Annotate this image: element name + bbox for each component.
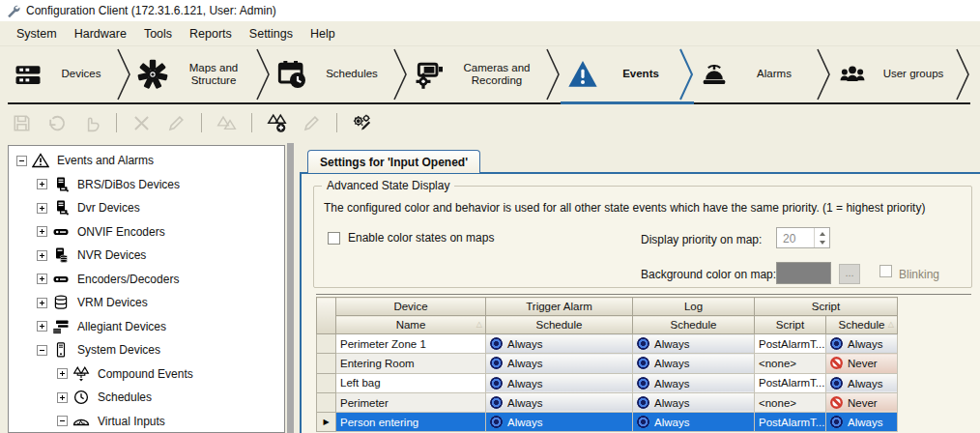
menu-item-reports[interactable]: Reports [181,23,241,44]
chevron-divider-icon [116,46,131,104]
tree-item-compound-events[interactable]: Compound Events [9,362,284,387]
tree-item-dvr-devices[interactable]: Dvr Devices [9,196,284,220]
delete-button[interactable] [131,113,152,133]
cell-name[interactable]: Perimeter Zone 1 [336,334,486,354]
enable-color-states-checkbox[interactable] [328,232,340,245]
menu-item-settings[interactable]: Settings [241,23,302,44]
display-priority-spinner[interactable]: 20 [776,227,830,248]
tree-item-onvif-encoders[interactable]: ONVIF Encoders [9,220,284,245]
row-selector[interactable] [317,392,336,412]
cell-log-schedule[interactable]: Always [633,392,755,412]
cell-script-schedule[interactable]: Always [826,413,898,432]
expand-icon[interactable] [37,226,47,237]
cell-log-schedule[interactable]: Always [633,373,755,392]
column-header-device[interactable]: Device [336,298,486,316]
tree-item-encoders-decoders[interactable]: Encoders/Decoders [9,268,284,292]
collapse-icon[interactable] [37,345,47,356]
spinner-down-icon[interactable] [815,238,829,247]
nav-tab-alarms[interactable]: Alarms [694,46,816,104]
cell-script[interactable]: <none> [755,392,826,412]
menu-item-system[interactable]: System [8,23,66,44]
menu-item-tools[interactable]: Tools [135,23,181,44]
cell-name[interactable]: Perimeter [336,392,486,412]
cell-script-schedule[interactable]: Always [826,334,898,354]
events-button[interactable] [216,113,237,133]
edit-script-button[interactable] [352,113,372,133]
menu-item-help[interactable]: Help [302,23,344,44]
column-header-trigger-schedule[interactable]: Schedule [486,316,633,334]
collapse-icon[interactable] [57,416,68,426]
column-header-script-schedule[interactable]: Schedule△ [826,316,898,334]
cell-script[interactable]: <none> [755,354,826,373]
column-header-name[interactable]: Name△ [336,316,486,334]
add-compound-event-button[interactable] [267,113,287,133]
cell-script[interactable]: PostAlarmT... [755,373,826,392]
cell-log-schedule[interactable]: Always [633,413,755,432]
cell-name[interactable]: Left bag [336,373,486,392]
cell-trigger-schedule[interactable]: Always [486,334,633,354]
table-row-entering-room[interactable]: Entering RoomAlwaysAlways<none>Never [317,354,898,373]
tab-settings-for-input-opened[interactable]: Settings for 'Input Opened' [307,150,480,173]
cell-script-schedule[interactable]: Always [826,373,898,392]
undo-button[interactable] [46,113,67,133]
cell-trigger-schedule[interactable]: Always [486,373,633,392]
row-selector[interactable] [317,354,336,373]
color-browse-button[interactable]: ... [839,264,860,284]
cell-script[interactable]: PostAlarmT... [755,334,826,354]
cell-name[interactable]: Entering Room [336,354,486,373]
expand-icon[interactable] [37,274,47,284]
column-header-script-name[interactable]: Script [755,316,826,334]
row-selector[interactable] [317,334,336,354]
tree-item-vrm-devices[interactable]: VRM Devices [9,291,284,315]
table-row-person-entering[interactable]: ▶Person enteringAlwaysAlwaysPostAlarmT..… [317,413,898,432]
cell-log-schedule[interactable]: Always [633,354,755,373]
expand-icon[interactable] [57,392,68,403]
expand-icon[interactable] [57,368,68,379]
nav-tab-cameras-and-recording[interactable]: Cameras and Recording [408,46,545,104]
blinking-checkbox[interactable] [879,265,892,277]
row-selector[interactable]: ▶ [317,413,336,432]
tree-item-system-devices[interactable]: System Devices [9,338,284,362]
tree-item-schedules[interactable]: Schedules [9,386,284,410]
tree-item-events-and-alarms[interactable]: Events and Alarms [9,149,284,173]
column-header-trigger-alarm[interactable]: Trigger Alarm [486,298,633,316]
collapse-icon[interactable] [16,156,27,166]
menu-item-hardware[interactable]: Hardware [66,23,135,44]
cell-log-schedule[interactable]: Always [633,334,755,354]
tree-item-brs-dibos-devices[interactable]: BRS/DiBos Devices [9,173,284,197]
tree-item-virtual-inputs[interactable]: Virtual Inputs [9,410,284,433]
edit-button[interactable] [166,113,187,133]
spinner-up-icon[interactable] [815,228,829,238]
table-row-perimeter-zone-1[interactable]: Perimeter Zone 1AlwaysAlwaysPostAlarmT..… [317,334,898,354]
tree-item-nvr-devices[interactable]: NVR Devices [9,244,284,268]
column-header-log-schedule[interactable]: Schedule [633,316,755,334]
cell-trigger-schedule[interactable]: Always [486,392,633,412]
column-header-script[interactable]: Script [755,298,898,316]
column-header-log[interactable]: Log [633,298,755,316]
nav-tab-devices[interactable]: Devices [8,46,116,104]
activate-button[interactable] [81,113,101,133]
schedules-icon [276,59,307,90]
cell-script[interactable]: PostAlarmT... [755,413,826,432]
nav-tab-events[interactable]: Events [561,46,678,104]
cell-script-schedule[interactable]: Never [826,392,898,412]
panel-splitter[interactable] [287,143,294,433]
expand-icon[interactable] [37,250,47,261]
edit-compound-event-button[interactable] [302,113,322,133]
table-row-perimeter[interactable]: PerimeterAlwaysAlways<none>Never [317,392,898,412]
expand-icon[interactable] [37,321,47,332]
nav-tab-schedules[interactable]: Schedules [271,46,392,104]
cell-trigger-schedule[interactable]: Always [486,354,633,373]
nav-tab-user-groups[interactable]: User groups [831,46,955,104]
cell-script-schedule[interactable]: Never [826,354,898,373]
expand-icon[interactable] [37,203,47,214]
row-selector[interactable] [317,373,336,392]
cell-trigger-schedule[interactable]: Always [486,413,633,432]
cell-name[interactable]: Person entering [336,413,486,432]
nav-tab-maps-and-structure[interactable]: Maps and Structure [131,46,255,104]
expand-icon[interactable] [37,298,47,308]
expand-icon[interactable] [37,179,47,189]
save-button[interactable] [12,113,32,133]
table-row-left-bag[interactable]: Left bagAlwaysAlwaysPostAlarmT...Always [317,373,898,392]
tree-item-allegiant-devices[interactable]: Allegiant Devices [9,315,284,339]
